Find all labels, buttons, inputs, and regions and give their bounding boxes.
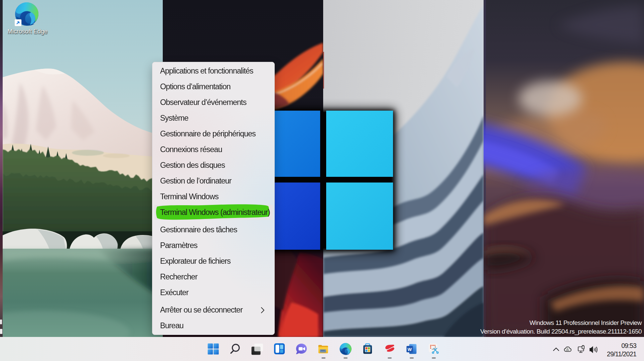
svg-text:W: W — [408, 347, 412, 352]
svg-text:Microsoft Edge: Microsoft Edge — [7, 28, 47, 35]
